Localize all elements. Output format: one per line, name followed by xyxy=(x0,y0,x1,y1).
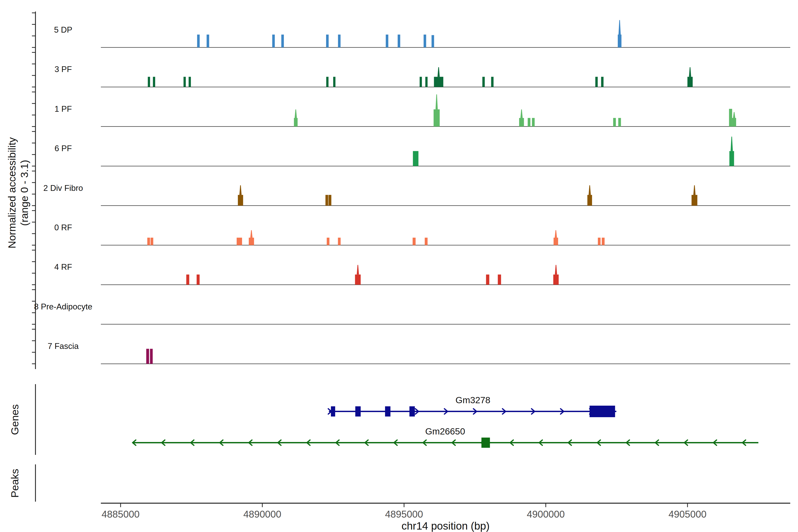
peak-bar xyxy=(434,109,440,126)
peak-bar xyxy=(398,35,400,48)
peak-spike xyxy=(520,109,523,118)
track-label: 4 RF xyxy=(54,263,72,272)
peak-bar xyxy=(413,238,415,245)
peak-bar xyxy=(184,77,186,87)
peak-bar xyxy=(294,118,298,127)
peak-bar xyxy=(420,77,422,87)
peak-spike xyxy=(555,230,557,238)
peak-bar xyxy=(595,77,598,87)
peak-bar xyxy=(148,77,150,87)
track-label: 0 RF xyxy=(54,223,72,232)
track-label: 7 Fascia xyxy=(48,342,79,351)
peak-bar xyxy=(153,77,155,87)
peak-bar xyxy=(553,274,558,285)
track-label: 8 Pre-Adipocyte xyxy=(34,302,92,311)
peak-bar xyxy=(691,195,697,206)
peak-bar xyxy=(281,35,284,48)
peak-bar xyxy=(432,35,434,48)
x-tick-label: 4895000 xyxy=(385,509,423,520)
peak-bar xyxy=(338,35,341,48)
peak-bar xyxy=(598,238,601,245)
peak-bar xyxy=(425,238,428,245)
peak-spike xyxy=(589,185,591,195)
track-label: 6 PF xyxy=(55,144,72,153)
peak-spike xyxy=(294,109,297,118)
x-tick-label: 4905000 xyxy=(668,509,706,520)
peak-bar xyxy=(272,35,275,48)
peak-bar xyxy=(186,274,189,285)
gene-exon xyxy=(410,406,415,417)
peak-spike xyxy=(733,112,735,118)
peak-spike xyxy=(730,136,733,151)
peak-bar xyxy=(146,349,149,364)
peak-bar xyxy=(386,35,388,48)
peak-bar xyxy=(197,35,200,48)
x-tick-label: 4900000 xyxy=(527,509,565,520)
peak-bar xyxy=(528,118,530,127)
peak-bar xyxy=(197,274,200,285)
peak-bar xyxy=(150,349,153,364)
peak-spike xyxy=(240,185,242,195)
peak-bar xyxy=(732,118,736,127)
track-label: 2 Div Fibro xyxy=(43,184,83,193)
peak-bar xyxy=(325,195,328,206)
peak-bar xyxy=(326,35,329,48)
peak-spike xyxy=(619,20,621,35)
y-axis-label-line1: Normalized accessibility xyxy=(6,137,18,248)
peak-bar xyxy=(519,118,524,127)
peak-bar xyxy=(249,238,254,245)
x-tick-label: 4885000 xyxy=(101,509,139,520)
gene-exon xyxy=(331,406,335,417)
peak-bar xyxy=(532,118,535,127)
peak-bar xyxy=(424,35,426,48)
peak-bar xyxy=(553,238,558,245)
gene-label: Gm3278 xyxy=(456,395,490,405)
peak-bar xyxy=(601,77,604,87)
peak-bar xyxy=(498,274,501,285)
peak-bar xyxy=(729,151,734,166)
track-label: 3 PF xyxy=(55,65,72,74)
peak-bar xyxy=(482,77,485,87)
peaks-panel-label: Peaks xyxy=(8,469,21,498)
peak-bar xyxy=(237,238,242,245)
peak-bar xyxy=(434,77,443,87)
plot-canvas xyxy=(0,0,798,532)
y-axis-label-line2: (range 0 - 3.1) xyxy=(18,137,31,248)
peak-bar xyxy=(238,195,243,206)
peak-bar xyxy=(327,238,329,245)
peak-spike xyxy=(438,67,440,77)
peak-bar xyxy=(355,274,361,285)
peak-bar xyxy=(425,77,428,87)
gene-exon xyxy=(355,406,361,417)
peak-bar xyxy=(189,77,191,87)
peak-spike xyxy=(250,230,252,238)
x-tick-label: 4890000 xyxy=(243,509,281,520)
y-axis-label: Normalized accessibility (range 0 - 3.1) xyxy=(6,137,31,248)
gene-exon xyxy=(590,406,615,417)
peak-bar xyxy=(613,118,616,127)
peak-bar xyxy=(338,238,341,245)
peak-bar xyxy=(151,238,153,245)
peak-bar xyxy=(602,238,605,245)
peak-spike xyxy=(357,265,359,274)
track-label: 5 DP xyxy=(54,25,72,35)
peak-bar xyxy=(207,35,209,48)
peak-bar xyxy=(326,77,328,87)
gene-exon xyxy=(385,406,391,417)
x-axis-title: chr14 position (bp) xyxy=(401,520,490,532)
gene-exon xyxy=(481,438,490,448)
peak-bar xyxy=(413,151,418,166)
peak-bar xyxy=(618,118,621,127)
peak-bar xyxy=(491,77,494,87)
peak-bar xyxy=(147,238,150,245)
peak-bar xyxy=(729,109,732,127)
genes-panel-label: Genes xyxy=(8,404,21,435)
peak-bar xyxy=(587,195,592,206)
peak-bar xyxy=(687,77,693,87)
peak-bar xyxy=(328,195,331,206)
peak-spike xyxy=(436,94,438,110)
gene-label: Gm26650 xyxy=(425,426,465,437)
coverage-plot-figure: Normalized accessibility (range 0 - 3.1)… xyxy=(0,0,798,532)
peak-spike xyxy=(555,265,557,274)
peak-bar xyxy=(618,35,622,48)
